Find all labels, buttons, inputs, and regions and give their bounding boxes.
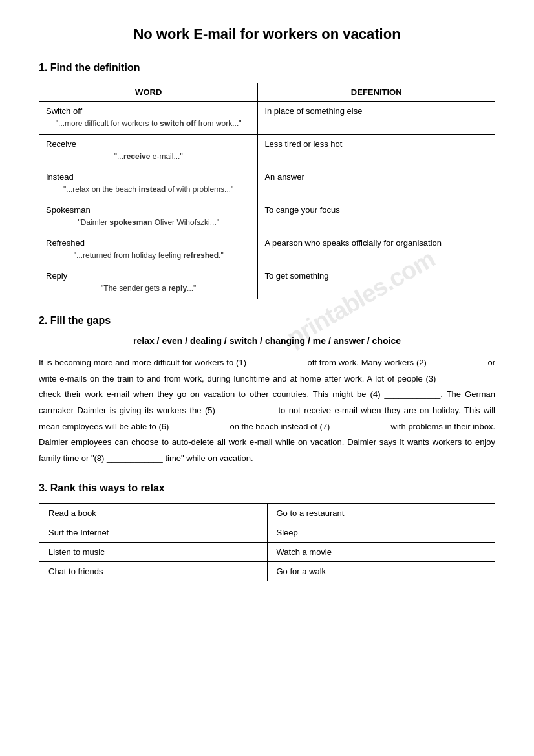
section3-heading: 3. Rank this ways to relax xyxy=(39,482,495,494)
table-row: Surf the Internet Sleep xyxy=(39,523,495,542)
word-quote: "...returned from holiday feeling refres… xyxy=(46,250,251,261)
word-cell: Receive "...receive e-mail..." xyxy=(39,135,258,167)
page-title: No work E-mail for workers on vacation xyxy=(39,26,495,43)
table-row: Listen to music Watch a movie xyxy=(39,542,495,561)
rank-item-left: Listen to music xyxy=(39,542,268,561)
word-cell: Reply "The sender gets a reply..." xyxy=(39,266,258,299)
definition-cell: To cange your focus xyxy=(258,200,495,233)
word-main: Receive xyxy=(46,139,251,149)
word-cell: Instead "...relax on the beach instead o… xyxy=(39,167,258,200)
word-cell: Spokesman "Daimler spokesman Oliver Wiho… xyxy=(39,200,258,233)
rank-item-right: Go to a restaurant xyxy=(267,503,495,523)
table-row: Read a book Go to a restaurant xyxy=(39,503,495,523)
rank-item-right: Watch a movie xyxy=(267,542,495,561)
section2-heading: 2. Fill the gaps xyxy=(39,315,495,327)
word-bank: relax / even / dealing / switch / changi… xyxy=(39,336,495,346)
table-row: Reply "The sender gets a reply..." To ge… xyxy=(39,266,495,299)
col-definition-header: DEFENITION xyxy=(258,83,495,102)
rank-item-right: Sleep xyxy=(267,523,495,542)
definition-cell: In place of something else xyxy=(258,102,495,135)
col-word-header: WORD xyxy=(39,83,258,102)
definition-table: WORD DEFENITION Switch off "...more diff… xyxy=(39,83,495,299)
section-fill-gaps: 2. Fill the gaps relax / even / dealing … xyxy=(39,315,495,467)
rank-item-left: Surf the Internet xyxy=(39,523,268,542)
word-quote: "The sender gets a reply..." xyxy=(46,283,251,294)
rank-table: Read a book Go to a restaurant Surf the … xyxy=(39,503,495,581)
word-quote: "...relax on the beach instead of with p… xyxy=(46,184,251,195)
table-row: Switch off "...more difficult for worker… xyxy=(39,102,495,135)
section1-heading: 1. Find the definition xyxy=(39,62,495,74)
word-cell: Switch off "...more difficult for worker… xyxy=(39,102,258,135)
word-quote: "...more difficult for workers to switch… xyxy=(46,118,251,129)
section-rank-relax: 3. Rank this ways to relax Read a book G… xyxy=(39,482,495,581)
rank-item-left: Chat to friends xyxy=(39,561,268,581)
section-find-definition: 1. Find the definition WORD DEFENITION S… xyxy=(39,62,495,299)
definition-cell: A pearson who speaks officially for orga… xyxy=(258,233,495,266)
word-quote: "Daimler spokesman Oliver Wihofszki..." xyxy=(46,217,251,228)
table-row: Instead "...relax on the beach instead o… xyxy=(39,167,495,200)
table-row: Chat to friends Go for a walk xyxy=(39,561,495,581)
word-cell: Refreshed "...returned from holiday feel… xyxy=(39,233,258,266)
word-main: Refreshed xyxy=(46,238,251,248)
definition-cell: An answer xyxy=(258,167,495,200)
word-main: Switch off xyxy=(46,106,251,116)
word-main: Spokesman xyxy=(46,205,251,215)
word-main: Instead xyxy=(46,172,251,182)
table-row: Receive "...receive e-mail..." Less tire… xyxy=(39,135,495,167)
word-quote: "...receive e-mail..." xyxy=(46,151,251,162)
table-row: Spokesman "Daimler spokesman Oliver Wiho… xyxy=(39,200,495,233)
word-main: Reply xyxy=(46,271,251,281)
table-row: Refreshed "...returned from holiday feel… xyxy=(39,233,495,266)
rank-item-left: Read a book xyxy=(39,503,268,523)
fill-paragraph: It is becoming more and more difficult f… xyxy=(39,355,495,467)
definition-cell: Less tired or less hot xyxy=(258,135,495,167)
definition-cell: To get something xyxy=(258,266,495,299)
rank-item-right: Go for a walk xyxy=(267,561,495,581)
